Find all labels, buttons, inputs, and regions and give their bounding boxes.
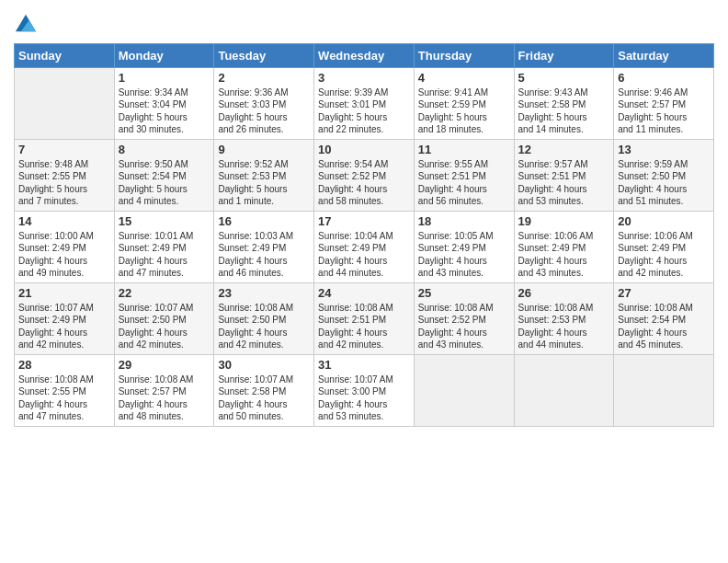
- page-header: [14, 9, 714, 38]
- calendar-cell: 3Sunrise: 9:39 AM Sunset: 3:01 PM Daylig…: [314, 67, 415, 139]
- day-number: 2: [218, 71, 310, 85]
- day-info: Sunrise: 10:01 AM Sunset: 2:49 PM Daylig…: [119, 230, 210, 280]
- day-number: 28: [18, 358, 110, 372]
- calendar-cell: [614, 354, 714, 426]
- day-info: Sunrise: 10:06 AM Sunset: 2:49 PM Daylig…: [518, 230, 610, 280]
- day-info: Sunrise: 10:08 AM Sunset: 2:53 PM Daylig…: [518, 302, 610, 351]
- day-number: 18: [418, 214, 510, 228]
- day-number: 4: [418, 71, 510, 85]
- day-info: Sunrise: 10:08 AM Sunset: 2:55 PM Daylig…: [18, 373, 110, 423]
- calendar-cell: 30Sunrise: 10:07 AM Sunset: 2:58 PM Dayl…: [214, 354, 314, 426]
- weekday-header: Wednesday: [314, 43, 415, 67]
- day-number: 9: [218, 143, 310, 156]
- day-info: Sunrise: 10:08 AM Sunset: 2:57 PM Daylig…: [119, 373, 210, 423]
- day-info: Sunrise: 10:07 AM Sunset: 2:58 PM Daylig…: [218, 373, 310, 423]
- day-info: Sunrise: 10:03 AM Sunset: 2:49 PM Daylig…: [218, 230, 310, 280]
- day-number: 24: [318, 286, 410, 300]
- weekday-header: Sunday: [15, 43, 115, 67]
- day-number: 10: [318, 143, 410, 156]
- day-number: 19: [518, 214, 610, 228]
- calendar-cell: 31Sunrise: 10:07 AM Sunset: 3:00 PM Dayl…: [314, 354, 415, 426]
- day-number: 30: [218, 358, 310, 372]
- calendar-week-row: 1Sunrise: 9:34 AM Sunset: 3:04 PM Daylig…: [15, 67, 714, 139]
- day-number: 27: [618, 286, 710, 300]
- calendar-cell: 11Sunrise: 9:55 AM Sunset: 2:51 PM Dayli…: [414, 139, 514, 211]
- day-info: Sunrise: 9:36 AM Sunset: 3:03 PM Dayligh…: [218, 86, 310, 136]
- day-info: Sunrise: 10:08 AM Sunset: 2:52 PM Daylig…: [418, 302, 510, 351]
- day-number: 25: [418, 286, 510, 300]
- calendar-cell: 14Sunrise: 10:00 AM Sunset: 2:49 PM Dayl…: [15, 211, 115, 282]
- day-info: Sunrise: 9:43 AM Sunset: 2:58 PM Dayligh…: [518, 86, 610, 136]
- calendar-week-row: 28Sunrise: 10:08 AM Sunset: 2:55 PM Dayl…: [15, 354, 714, 426]
- day-number: 11: [418, 143, 510, 156]
- day-info: Sunrise: 10:08 AM Sunset: 2:54 PM Daylig…: [618, 302, 710, 351]
- day-info: Sunrise: 9:55 AM Sunset: 2:51 PM Dayligh…: [418, 158, 510, 208]
- day-number: 29: [119, 358, 210, 372]
- calendar-cell: [414, 354, 514, 426]
- day-number: 8: [119, 143, 210, 156]
- day-number: 7: [18, 143, 110, 156]
- day-info: Sunrise: 9:46 AM Sunset: 2:57 PM Dayligh…: [618, 86, 710, 136]
- day-info: Sunrise: 10:07 AM Sunset: 2:49 PM Daylig…: [18, 302, 110, 351]
- day-info: Sunrise: 10:06 AM Sunset: 2:49 PM Daylig…: [618, 230, 710, 280]
- day-info: Sunrise: 10:07 AM Sunset: 3:00 PM Daylig…: [318, 373, 410, 423]
- calendar-cell: 7Sunrise: 9:48 AM Sunset: 2:55 PM Daylig…: [15, 139, 115, 211]
- calendar-cell: 25Sunrise: 10:08 AM Sunset: 2:52 PM Dayl…: [414, 282, 514, 354]
- calendar-cell: [514, 354, 614, 426]
- weekday-header: Tuesday: [214, 43, 314, 67]
- logo-text: [14, 13, 36, 38]
- calendar-cell: 2Sunrise: 9:36 AM Sunset: 3:03 PM Daylig…: [214, 67, 314, 139]
- calendar-cell: 18Sunrise: 10:05 AM Sunset: 2:49 PM Dayl…: [414, 211, 514, 282]
- day-number: 22: [119, 286, 210, 300]
- calendar-cell: 12Sunrise: 9:57 AM Sunset: 2:51 PM Dayli…: [514, 139, 614, 211]
- calendar-cell: 15Sunrise: 10:01 AM Sunset: 2:49 PM Dayl…: [114, 211, 214, 282]
- day-number: 21: [18, 286, 110, 300]
- day-number: 16: [218, 214, 310, 228]
- day-info: Sunrise: 9:52 AM Sunset: 2:53 PM Dayligh…: [218, 158, 310, 208]
- calendar-cell: 27Sunrise: 10:08 AM Sunset: 2:54 PM Dayl…: [614, 282, 714, 354]
- day-info: Sunrise: 9:41 AM Sunset: 2:59 PM Dayligh…: [418, 86, 510, 136]
- weekday-header: Monday: [114, 43, 214, 67]
- calendar-cell: 10Sunrise: 9:54 AM Sunset: 2:52 PM Dayli…: [314, 139, 415, 211]
- day-number: 31: [318, 358, 410, 372]
- day-number: 3: [318, 71, 410, 85]
- day-info: Sunrise: 9:59 AM Sunset: 2:50 PM Dayligh…: [618, 158, 710, 208]
- day-info: Sunrise: 10:08 AM Sunset: 2:51 PM Daylig…: [318, 302, 410, 351]
- calendar-cell: 22Sunrise: 10:07 AM Sunset: 2:50 PM Dayl…: [114, 282, 214, 354]
- day-info: Sunrise: 9:50 AM Sunset: 2:54 PM Dayligh…: [119, 158, 210, 208]
- calendar-cell: [15, 67, 115, 139]
- calendar-cell: 20Sunrise: 10:06 AM Sunset: 2:49 PM Dayl…: [614, 211, 714, 282]
- day-info: Sunrise: 9:54 AM Sunset: 2:52 PM Dayligh…: [318, 158, 410, 208]
- calendar-cell: 17Sunrise: 10:04 AM Sunset: 2:49 PM Dayl…: [314, 211, 415, 282]
- logo: [14, 13, 36, 38]
- weekday-header-row: SundayMondayTuesdayWednesdayThursdayFrid…: [15, 43, 714, 67]
- day-number: 12: [518, 143, 610, 156]
- day-info: Sunrise: 10:00 AM Sunset: 2:49 PM Daylig…: [18, 230, 110, 280]
- day-number: 20: [618, 214, 710, 228]
- calendar-week-row: 7Sunrise: 9:48 AM Sunset: 2:55 PM Daylig…: [15, 139, 714, 211]
- calendar-cell: 24Sunrise: 10:08 AM Sunset: 2:51 PM Dayl…: [314, 282, 415, 354]
- day-info: Sunrise: 10:05 AM Sunset: 2:49 PM Daylig…: [418, 230, 510, 280]
- day-number: 5: [518, 71, 610, 85]
- calendar-week-row: 21Sunrise: 10:07 AM Sunset: 2:49 PM Dayl…: [15, 282, 714, 354]
- day-info: Sunrise: 9:34 AM Sunset: 3:04 PM Dayligh…: [119, 86, 210, 136]
- day-number: 1: [119, 71, 210, 85]
- day-number: 14: [18, 214, 110, 228]
- weekday-header: Thursday: [414, 43, 514, 67]
- day-info: Sunrise: 9:57 AM Sunset: 2:51 PM Dayligh…: [518, 158, 610, 208]
- calendar-cell: 29Sunrise: 10:08 AM Sunset: 2:57 PM Dayl…: [114, 354, 214, 426]
- day-info: Sunrise: 10:07 AM Sunset: 2:50 PM Daylig…: [119, 302, 210, 351]
- day-number: 26: [518, 286, 610, 300]
- day-number: 17: [318, 214, 410, 228]
- calendar-cell: 28Sunrise: 10:08 AM Sunset: 2:55 PM Dayl…: [15, 354, 115, 426]
- calendar-cell: 5Sunrise: 9:43 AM Sunset: 2:58 PM Daylig…: [514, 67, 614, 139]
- calendar-cell: 1Sunrise: 9:34 AM Sunset: 3:04 PM Daylig…: [114, 67, 214, 139]
- calendar-cell: 16Sunrise: 10:03 AM Sunset: 2:49 PM Dayl…: [214, 211, 314, 282]
- calendar-cell: 21Sunrise: 10:07 AM Sunset: 2:49 PM Dayl…: [15, 282, 115, 354]
- day-number: 15: [119, 214, 210, 228]
- calendar-table: SundayMondayTuesdayWednesdayThursdayFrid…: [14, 43, 714, 427]
- day-info: Sunrise: 10:08 AM Sunset: 2:50 PM Daylig…: [218, 302, 310, 351]
- calendar-cell: 4Sunrise: 9:41 AM Sunset: 2:59 PM Daylig…: [414, 67, 514, 139]
- calendar-cell: 26Sunrise: 10:08 AM Sunset: 2:53 PM Dayl…: [514, 282, 614, 354]
- day-info: Sunrise: 9:48 AM Sunset: 2:55 PM Dayligh…: [18, 158, 110, 208]
